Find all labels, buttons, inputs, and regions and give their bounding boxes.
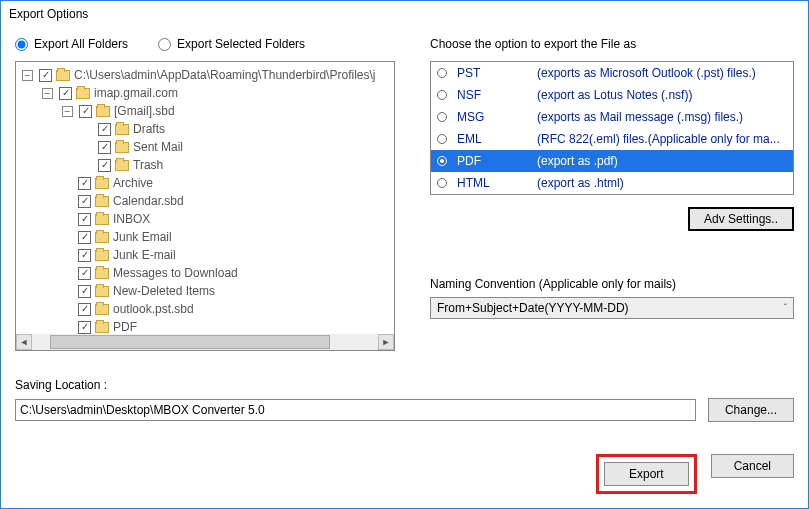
tree-checkbox[interactable] xyxy=(78,213,91,226)
format-desc: (exports as Microsoft Outlook (.pst) fil… xyxy=(537,66,787,80)
tree-item-label: Calendar.sbd xyxy=(113,192,184,210)
tree-root-label: C:\Users\admin\AppData\Roaming\Thunderbi… xyxy=(74,66,375,84)
format-code: MSG xyxy=(457,110,537,124)
tree-item-label: Sent Mail xyxy=(133,138,183,156)
tree-checkbox[interactable] xyxy=(78,231,91,244)
format-desc: (exports as Mail message (.msg) files.) xyxy=(537,110,787,124)
tree-item[interactable]: Sent Mail xyxy=(18,138,392,156)
tree-checkbox[interactable] xyxy=(39,69,52,82)
expander-icon[interactable]: − xyxy=(42,88,53,99)
export-selected-radio[interactable]: Export Selected Folders xyxy=(158,37,305,51)
folder-icon xyxy=(96,106,110,117)
saving-location-label: Saving Location : xyxy=(15,378,794,392)
export-all-radio[interactable]: Export All Folders xyxy=(15,37,128,51)
format-option-nsf[interactable]: NSF(export as Lotus Notes (.nsf)) xyxy=(431,84,793,106)
tree-item-label: Trash xyxy=(133,156,163,174)
expander-icon[interactable]: − xyxy=(22,70,33,81)
format-desc: (RFC 822(.eml) files.(Applicable only fo… xyxy=(537,132,787,146)
tree-item[interactable]: Messages to Download xyxy=(18,264,392,282)
tree-checkbox[interactable] xyxy=(78,321,91,334)
export-all-radio-input[interactable] xyxy=(15,38,28,51)
export-highlight: Export xyxy=(596,454,697,494)
tree-item-label: New-Deleted Items xyxy=(113,282,215,300)
expander-icon[interactable]: − xyxy=(62,106,73,117)
format-code: PDF xyxy=(457,154,537,168)
export-button[interactable]: Export xyxy=(604,462,689,486)
format-option-html[interactable]: HTML(export as .html) xyxy=(431,172,793,194)
tree-item[interactable]: Trash xyxy=(18,156,392,174)
format-code: HTML xyxy=(457,176,537,190)
export-selected-radio-input[interactable] xyxy=(158,38,171,51)
choose-format-heading: Choose the option to export the File as xyxy=(430,37,794,51)
tree-item[interactable]: Junk E-mail xyxy=(18,246,392,264)
folder-icon xyxy=(95,250,109,261)
naming-convention-value: From+Subject+Date(YYYY-MM-DD) xyxy=(437,301,629,315)
format-option-pst[interactable]: PST(exports as Microsoft Outlook (.pst) … xyxy=(431,62,793,84)
tree-checkbox[interactable] xyxy=(78,177,91,190)
tree-item[interactable]: outlook.pst.sbd xyxy=(18,300,392,318)
radio-icon xyxy=(437,156,447,166)
folder-tree[interactable]: − C:\Users\admin\AppData\Roaming\Thunder… xyxy=(15,61,395,351)
tree-checkbox[interactable] xyxy=(78,267,91,280)
folder-icon xyxy=(115,142,129,153)
folder-icon xyxy=(95,196,109,207)
tree-item[interactable]: Calendar.sbd xyxy=(18,192,392,210)
folder-icon xyxy=(95,286,109,297)
chevron-down-icon: ˇ xyxy=(784,303,787,314)
window-title: Export Options xyxy=(1,1,808,27)
tree-item[interactable]: New-Deleted Items xyxy=(18,282,392,300)
tree-gmail-sbd-label: [Gmail].sbd xyxy=(114,102,175,120)
radio-icon xyxy=(437,112,447,122)
format-desc: (export as Lotus Notes (.nsf)) xyxy=(537,88,787,102)
tree-item[interactable]: INBOX xyxy=(18,210,392,228)
export-options-window: Export Options Export All Folders Export… xyxy=(0,0,809,509)
tree-checkbox[interactable] xyxy=(98,141,111,154)
tree-checkbox[interactable] xyxy=(78,285,91,298)
format-code: NSF xyxy=(457,88,537,102)
folder-icon xyxy=(95,232,109,243)
format-option-pdf[interactable]: PDF(export as .pdf) xyxy=(431,150,793,172)
format-desc: (export as .html) xyxy=(537,176,787,190)
scroll-thumb[interactable] xyxy=(50,335,330,349)
cancel-button[interactable]: Cancel xyxy=(711,454,794,478)
folder-icon xyxy=(95,214,109,225)
tree-checkbox[interactable] xyxy=(78,303,91,316)
tree-checkbox[interactable] xyxy=(78,249,91,262)
tree-checkbox[interactable] xyxy=(78,195,91,208)
tree-checkbox[interactable] xyxy=(98,123,111,136)
folder-icon xyxy=(95,304,109,315)
tree-item[interactable]: Drafts xyxy=(18,120,392,138)
change-button[interactable]: Change... xyxy=(708,398,794,422)
tree-item-label: Messages to Download xyxy=(113,264,238,282)
naming-convention-select[interactable]: From+Subject+Date(YYYY-MM-DD) ˇ xyxy=(430,297,794,319)
folder-icon xyxy=(95,322,109,333)
tree-item-label: Archive xyxy=(113,174,153,192)
tree-checkbox[interactable] xyxy=(59,87,72,100)
tree-item[interactable]: PDF xyxy=(18,318,392,334)
folder-icon xyxy=(115,124,129,135)
tree-checkbox[interactable] xyxy=(98,159,111,172)
export-selected-label: Export Selected Folders xyxy=(177,37,305,51)
tree-item-label: Junk Email xyxy=(113,228,172,246)
radio-icon xyxy=(437,178,447,188)
saving-location-input[interactable] xyxy=(15,399,696,421)
tree-checkbox[interactable] xyxy=(79,105,92,118)
format-option-eml[interactable]: EML(RFC 822(.eml) files.(Applicable only… xyxy=(431,128,793,150)
folder-icon xyxy=(76,88,90,99)
radio-icon xyxy=(437,68,447,78)
folder-icon xyxy=(56,70,70,81)
folder-icon xyxy=(115,160,129,171)
scroll-left-icon[interactable]: ◄ xyxy=(16,334,32,350)
scroll-right-icon[interactable]: ► xyxy=(378,334,394,350)
folder-icon xyxy=(95,268,109,279)
format-option-msg[interactable]: MSG(exports as Mail message (.msg) files… xyxy=(431,106,793,128)
adv-settings-button[interactable]: Adv Settings.. xyxy=(688,207,794,231)
tree-item[interactable]: Junk Email xyxy=(18,228,392,246)
format-code: PST xyxy=(457,66,537,80)
tree-item-label: PDF xyxy=(113,318,137,334)
radio-icon xyxy=(437,90,447,100)
tree-item[interactable]: Archive xyxy=(18,174,392,192)
tree-item-label: Drafts xyxy=(133,120,165,138)
content-area: Export All Folders Export Selected Folde… xyxy=(1,27,808,508)
horizontal-scrollbar[interactable]: ◄ ► xyxy=(16,334,394,350)
